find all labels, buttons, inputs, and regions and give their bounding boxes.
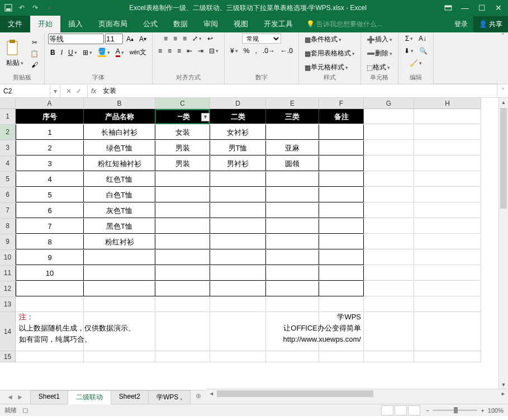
table-cell[interactable] (319, 125, 364, 140)
column-header[interactable]: F (319, 98, 364, 109)
table-cell[interactable]: 6 (16, 203, 84, 218)
column-header[interactable]: E (266, 98, 319, 109)
table-cell[interactable] (319, 187, 364, 202)
scrollbar-thumb[interactable] (500, 108, 507, 209)
table-cell[interactable] (319, 266, 364, 281)
tab-developer[interactable]: 开发工具 (256, 16, 301, 32)
accounting-format-icon[interactable]: ¥ (228, 46, 240, 56)
table-cell[interactable]: 男T恤 (210, 140, 266, 155)
table-cell[interactable]: 男衬衫 (210, 156, 266, 171)
comma-format-icon[interactable]: , (253, 46, 259, 56)
vertical-scrollbar[interactable]: ▲ ▼ (498, 98, 508, 390)
table-cell[interactable] (210, 281, 266, 296)
row-header[interactable]: 9 (0, 234, 16, 250)
table-cell[interactable]: 4 (16, 172, 84, 187)
table-cell[interactable]: 女衬衫 (210, 125, 266, 140)
table-cell[interactable] (155, 281, 210, 296)
expand-formula-bar-icon[interactable]: ˅ (497, 84, 508, 97)
decrease-font-icon[interactable]: A▾ (137, 34, 149, 44)
redo-icon[interactable]: ↷ (29, 2, 41, 14)
cell-dropdown-icon[interactable]: ▼ (201, 113, 210, 121)
table-cell[interactable] (210, 172, 266, 187)
table-cell[interactable]: 白色T恤 (84, 187, 155, 202)
table-cell[interactable] (210, 203, 266, 218)
table-cell[interactable]: 女装 (155, 125, 210, 140)
tab-file[interactable]: 文件 (0, 16, 30, 32)
table-cell[interactable]: 绿色T恤 (84, 140, 155, 155)
table-cell[interactable]: 男装 (155, 156, 210, 171)
align-left-icon[interactable]: ≡ (156, 46, 164, 56)
wrap-text-icon[interactable]: ↩ (205, 34, 215, 44)
table-cell[interactable] (210, 266, 266, 281)
merge-button[interactable]: ⊟ (207, 46, 221, 56)
row-header[interactable]: 15 (0, 351, 16, 362)
tab-data[interactable]: 数据 (165, 16, 196, 32)
table-cell[interactable] (319, 140, 364, 155)
conditional-format-button[interactable]: ▦ 条件格式 (302, 34, 344, 45)
table-cell[interactable] (266, 172, 319, 187)
save-icon[interactable] (2, 2, 15, 14)
table-cell[interactable] (319, 172, 364, 187)
tab-home[interactable]: 开始 (30, 16, 60, 32)
zoom-slider[interactable] (433, 409, 477, 411)
table-cell[interactable] (319, 250, 364, 265)
page-layout-view-icon[interactable] (395, 405, 407, 416)
table-cell[interactable] (155, 172, 210, 187)
font-color-button[interactable]: A (113, 46, 126, 58)
italic-button[interactable]: I (59, 48, 65, 58)
table-cell[interactable] (266, 281, 319, 296)
increase-font-icon[interactable]: A▴ (124, 34, 136, 44)
table-cell[interactable] (319, 219, 364, 234)
table-cell[interactable] (210, 234, 266, 249)
table-cell[interactable] (266, 266, 319, 281)
column-header[interactable]: H (414, 98, 481, 109)
phonetic-icon[interactable]: wén文 (127, 46, 149, 58)
scroll-up-icon[interactable]: ▲ (499, 98, 508, 107)
tab-view[interactable]: 视图 (226, 16, 256, 32)
table-cell[interactable] (319, 203, 364, 218)
table-cell[interactable] (155, 187, 210, 202)
indent-increase-icon[interactable]: ⇥ (196, 46, 206, 56)
scroll-right-icon[interactable]: ► (498, 389, 508, 398)
cancel-formula-icon[interactable]: ✕ (66, 87, 72, 95)
login-button[interactable]: 登录 (449, 16, 473, 32)
table-cell[interactable] (319, 281, 364, 296)
underline-button[interactable]: U (66, 48, 79, 58)
horizontal-scrollbar[interactable]: ◄ ► (207, 389, 508, 398)
tab-insert[interactable]: 插入 (60, 16, 91, 32)
table-cell[interactable] (155, 203, 210, 218)
share-button[interactable]: 👤 共享 (473, 16, 508, 32)
insert-cells-button[interactable]: ➕ 插入 (364, 34, 395, 45)
autosum-button[interactable]: Σ (403, 34, 415, 44)
table-cell[interactable]: 灰色T恤 (84, 203, 155, 218)
cut-icon[interactable]: ✂ (28, 37, 41, 48)
number-format-select[interactable]: 常规 (242, 34, 281, 44)
column-header[interactable]: A (16, 98, 84, 109)
border-button[interactable]: ⊞ (80, 48, 94, 58)
tell-me-search[interactable]: 💡 告诉我您想要做什么... (301, 16, 388, 32)
indent-decrease-icon[interactable]: ⇤ (184, 46, 194, 56)
table-cell[interactable] (319, 156, 364, 171)
row-header[interactable]: 11 (0, 266, 16, 281)
row-header[interactable]: 4 (0, 156, 16, 172)
zoom-out-icon[interactable]: − (426, 407, 429, 414)
table-cell[interactable] (84, 250, 155, 265)
table-cell[interactable] (266, 125, 319, 140)
table-cell[interactable]: 8 (16, 234, 84, 249)
row-header[interactable]: 14 (0, 312, 16, 351)
find-select-icon[interactable]: 🔍 (417, 46, 430, 56)
fx-icon[interactable]: fx (88, 84, 99, 97)
row-header[interactable]: 8 (0, 219, 16, 234)
percent-format-icon[interactable]: % (241, 46, 252, 56)
table-cell[interactable]: 粉红短袖衬衫 (84, 156, 155, 171)
formula-input[interactable]: 女装 (99, 84, 497, 97)
sheet-tab-active[interactable]: 二级联动 (68, 390, 111, 404)
normal-view-icon[interactable] (381, 405, 393, 416)
name-box[interactable]: C2 (0, 84, 50, 97)
sort-filter-icon[interactable]: A↓ (416, 34, 429, 44)
table-cell[interactable]: 10 (16, 266, 84, 281)
table-cell[interactable] (266, 219, 319, 234)
table-cell[interactable] (266, 187, 319, 202)
font-size-input[interactable] (105, 34, 123, 44)
tab-layout[interactable]: 页面布局 (91, 16, 135, 32)
